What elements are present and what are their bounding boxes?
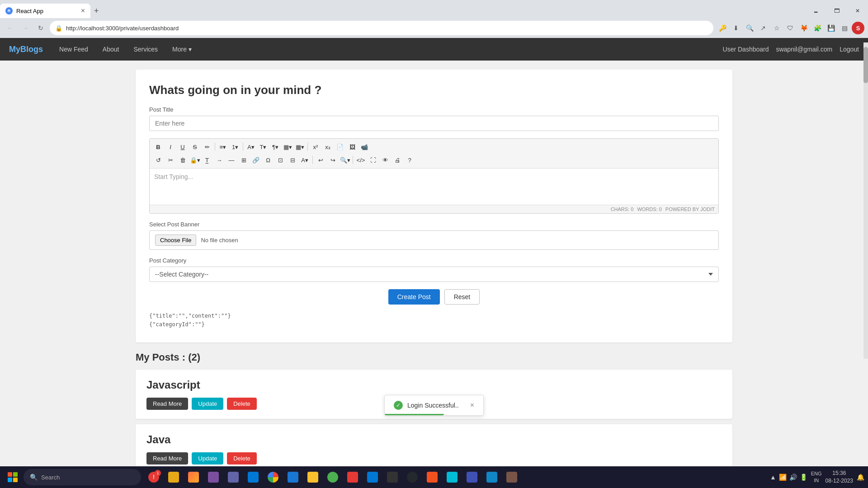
user-dashboard-link[interactable]: User Dashboard xyxy=(723,46,769,53)
minimize-btn[interactable]: 🗕 xyxy=(806,4,826,18)
share-icon-btn[interactable]: ↗ xyxy=(757,22,769,34)
tab-close-btn[interactable]: × xyxy=(81,7,85,15)
taskbar-app-10[interactable] xyxy=(344,468,362,486)
scrollbar[interactable] xyxy=(863,42,868,359)
post-title-input[interactable] xyxy=(149,116,719,131)
nav-about[interactable]: About xyxy=(95,38,127,61)
taskbar-app-files[interactable] xyxy=(304,468,322,486)
undo-btn[interactable]: ↩ xyxy=(315,155,326,165)
app-brand[interactable]: MyBlogs xyxy=(9,45,43,54)
indent-btn[interactable]: → xyxy=(213,155,225,165)
paragraph-btn[interactable]: ¶▾ xyxy=(269,141,281,152)
taskbar-up-arrow[interactable]: ▲ xyxy=(770,474,776,481)
lock-btn[interactable]: 🔒▾ xyxy=(189,155,201,165)
choose-file-btn[interactable]: Choose File xyxy=(155,235,196,246)
subscript-btn[interactable]: x₂ xyxy=(322,141,334,152)
editor-area[interactable]: Start Typing... xyxy=(150,169,718,205)
profile-btn[interactable]: S xyxy=(852,22,864,34)
taskbar-app-9[interactable] xyxy=(324,468,342,486)
back-btn[interactable]: ← xyxy=(4,22,16,34)
active-tab[interactable]: R React App × xyxy=(0,4,90,18)
ul-btn[interactable]: ≡▾ xyxy=(217,141,229,152)
maximize-btn[interactable]: 🗖 xyxy=(826,4,847,18)
underline-btn[interactable]: U xyxy=(177,141,189,152)
taskbar-app-14[interactable] xyxy=(423,468,441,486)
bg-color-btn[interactable]: A▾ xyxy=(299,155,311,165)
close-btn[interactable]: ✕ xyxy=(847,4,868,18)
taskbar-app-notifications[interactable]: ! 1 xyxy=(145,468,163,486)
cut-btn[interactable]: ✂ xyxy=(165,155,176,165)
reset-btn[interactable]: Reset xyxy=(444,289,480,305)
help-btn[interactable]: ? xyxy=(404,155,415,165)
fox-icon-btn[interactable]: 🦊 xyxy=(797,22,810,34)
superscript-btn[interactable]: x² xyxy=(310,141,321,152)
key-icon-btn[interactable]: 🔑 xyxy=(716,22,729,34)
eraser-btn[interactable]: ✏ xyxy=(201,141,213,152)
category-select[interactable]: --Select Category-- xyxy=(149,267,719,282)
wifi-icon[interactable]: 📶 xyxy=(779,474,787,481)
font-size-btn[interactable]: T▾ xyxy=(257,141,269,152)
refresh-btn[interactable]: ↻ xyxy=(34,22,47,34)
bold-btn[interactable]: B xyxy=(152,141,164,152)
nav-services[interactable]: Services xyxy=(126,38,165,61)
scrollbar-thumb[interactable] xyxy=(863,47,868,83)
shield-icon-btn[interactable]: 🛡 xyxy=(784,22,797,34)
toast-close-btn[interactable]: × xyxy=(470,401,474,409)
link-btn[interactable]: 🔗 xyxy=(250,155,262,165)
taskbar-app-file-explorer[interactable] xyxy=(165,468,183,486)
forward-btn[interactable]: → xyxy=(19,22,32,34)
star-icon-btn[interactable]: ☆ xyxy=(770,22,783,34)
taskbar-app-calendar[interactable] xyxy=(284,468,302,486)
download-icon-btn[interactable]: ⬇ xyxy=(730,22,742,34)
save-icon-btn[interactable]: 💾 xyxy=(825,22,837,34)
trash-btn[interactable]: 🗑 xyxy=(177,155,189,165)
strikethrough-btn[interactable]: S xyxy=(189,141,201,152)
taskbar-app-paint[interactable] xyxy=(184,468,203,486)
omega-btn[interactable]: Ω xyxy=(262,155,274,165)
image-btn[interactable]: 🖼 xyxy=(346,141,358,152)
taskbar-app-17[interactable] xyxy=(483,468,501,486)
start-btn[interactable] xyxy=(4,468,22,486)
fullscreen-btn[interactable]: ⛶ xyxy=(367,155,379,165)
cols-btn[interactable]: ⊟ xyxy=(287,155,298,165)
print-btn[interactable]: 🖨 xyxy=(392,155,403,165)
taskbar-app-github[interactable] xyxy=(403,468,421,486)
video-btn[interactable]: 📹 xyxy=(359,141,370,152)
preview-btn[interactable]: 👁 xyxy=(379,155,391,165)
italic-btn[interactable]: I xyxy=(165,141,176,152)
hr-btn[interactable]: — xyxy=(226,155,237,165)
file-btn[interactable]: 📄 xyxy=(334,141,346,152)
new-tab-button[interactable]: + xyxy=(94,6,99,16)
delete-btn-0[interactable]: Delete xyxy=(227,398,257,410)
taskbar-time[interactable]: 15:36 08-12-2023 xyxy=(826,469,853,485)
grid-btn[interactable]: ⊞ xyxy=(238,155,250,165)
table-btn[interactable]: ▦▾ xyxy=(282,141,293,152)
taskbar-app-edge[interactable] xyxy=(363,468,382,486)
nav-more[interactable]: More ▾ xyxy=(165,38,199,61)
taskbar-app-18[interactable] xyxy=(503,468,521,486)
taskbar-app-teams[interactable] xyxy=(224,468,242,486)
taskbar-search[interactable]: 🔍 Search xyxy=(24,469,141,485)
iframe-btn[interactable]: ⊡ xyxy=(274,155,286,165)
undo2-btn[interactable]: ↺ xyxy=(152,155,164,165)
redo-btn[interactable]: ↪ xyxy=(327,155,339,165)
puzzle-icon-btn[interactable]: 🧩 xyxy=(811,22,824,34)
taskbar-app-office[interactable] xyxy=(204,468,222,486)
taskbar-app-15[interactable] xyxy=(443,468,461,486)
code-btn[interactable]: </> xyxy=(355,155,367,165)
read-more-btn-1[interactable]: Read More xyxy=(146,452,188,465)
font-color-btn[interactable]: A▾ xyxy=(245,141,257,152)
taskbar-app-12[interactable] xyxy=(383,468,401,486)
nav-new-feed[interactable]: New Feed xyxy=(52,38,95,61)
format-btn[interactable]: T̲ xyxy=(201,155,213,165)
address-bar[interactable]: 🔒 http://localhost:3000/private/userdash… xyxy=(50,21,713,35)
create-post-btn[interactable]: Create Post xyxy=(388,289,440,305)
sidebar-icon-btn[interactable]: ▤ xyxy=(838,22,851,34)
logout-btn[interactable]: Logout xyxy=(840,46,859,53)
battery-icon[interactable]: 🔋 xyxy=(800,474,807,481)
read-more-btn-0[interactable]: Read More xyxy=(146,398,188,410)
layout-btn[interactable]: ▦▾ xyxy=(294,141,306,152)
update-btn-0[interactable]: Update xyxy=(192,398,223,410)
volume-icon[interactable]: 🔊 xyxy=(789,474,797,481)
ol-btn[interactable]: 1▾ xyxy=(229,141,241,152)
